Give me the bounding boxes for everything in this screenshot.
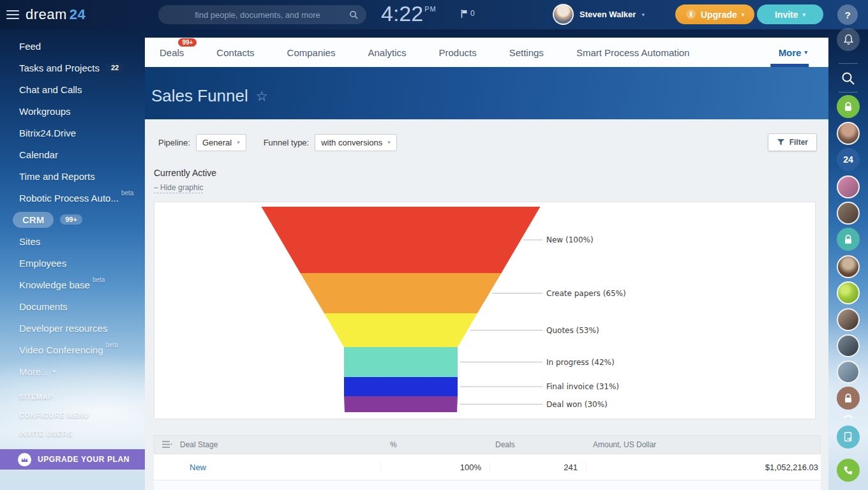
tab-companies[interactable]: Companies (287, 47, 336, 58)
sidebar-item-tasks-and-projects[interactable]: Tasks and Projects22 (0, 57, 145, 78)
hide-graphic-link[interactable]: – Hide graphic (154, 183, 203, 193)
funnel-segment-create-papers[interactable] (301, 273, 502, 313)
work-clock[interactable]: 4:22 PM (381, 1, 437, 26)
filter-label: Filter (789, 138, 808, 147)
tab-label: Smart Process Automation (576, 47, 690, 58)
lock-icon (843, 234, 853, 245)
sidebar-item-knowledge-base[interactable]: Knowledge basebeta (0, 274, 145, 295)
sidebar-item-workgroups[interactable]: Workgroups (0, 100, 145, 122)
pipeline-select[interactable]: General ▾ (196, 134, 246, 151)
table-settings-icon[interactable] (154, 441, 180, 449)
sidebar-link-invite-users[interactable]: INVITE USERS (0, 424, 145, 443)
upgrade-button[interactable]: Upgrade ▾ (675, 4, 754, 24)
sidebar-item-employees[interactable]: Employees (0, 252, 145, 274)
device-cloud-icon (842, 431, 854, 443)
filter-button[interactable]: Filter (768, 133, 817, 151)
rail-lock-green[interactable] (837, 95, 860, 118)
deals-value: 241 (490, 463, 587, 472)
funnel-segment-new[interactable] (262, 207, 541, 273)
lock-icon (843, 101, 853, 112)
funnel-segment-final-invoice[interactable] (344, 377, 458, 396)
tab-settings[interactable]: Settings (509, 47, 544, 58)
rail-phone-button[interactable] (837, 459, 860, 482)
sidebar-item-calendar[interactable]: Calendar (0, 144, 145, 165)
favorite-star-icon[interactable]: ☆ (256, 89, 268, 104)
funnel-type-select[interactable]: with conversions ▾ (315, 134, 397, 151)
tab-label: Analytics (368, 47, 406, 58)
tab-label: Settings (509, 47, 544, 58)
beta-tag: beta (93, 276, 105, 283)
column-header-deal-stage[interactable]: Deal Stage (180, 440, 382, 449)
global-search[interactable] (158, 5, 366, 24)
app-logo[interactable]: dream24 (26, 6, 86, 23)
sidebar-item-more[interactable]: More...▾ (0, 360, 145, 382)
tab-smart-process-automation[interactable]: Smart Process Automation (576, 47, 690, 58)
tab-label: Contacts (216, 47, 254, 58)
beta-tag: beta (121, 189, 133, 197)
sidebar-item-robotic-process-auto[interactable]: Robotic Process Auto...beta (0, 187, 145, 209)
notifications-flag[interactable]: 0 (461, 9, 475, 18)
chevron-down-icon: ▾ (237, 139, 240, 145)
search-input[interactable] (166, 10, 349, 20)
chevron-down-icon: ▾ (641, 11, 645, 18)
sidebar-item-label: Robotic Process Auto... (19, 193, 119, 204)
sidebar-item-developer-resources[interactable]: Developer resources (0, 317, 145, 339)
sidebar-item-sites[interactable]: Sites (0, 230, 145, 252)
tab-deals[interactable]: Deals99+ (160, 47, 184, 58)
flag-count: 0 (470, 9, 475, 18)
tab-products[interactable]: Products (438, 47, 476, 58)
chevron-down-icon: ▾ (803, 11, 806, 18)
funnel-segment-in-progress[interactable] (344, 347, 458, 377)
chevron-up-icon (842, 414, 854, 419)
sidebar-item-label: Documents (19, 301, 68, 312)
rail-collapse-button[interactable] (837, 412, 860, 421)
rail-device-sync-button[interactable] (837, 426, 860, 449)
upgrade-plan-banner[interactable]: UPGRADE YOUR PLAN (0, 449, 145, 470)
column-header-deals[interactable]: Deals (491, 440, 587, 449)
rail-avatar-7[interactable] (837, 360, 860, 383)
sidebar-item-label: Calendar (19, 149, 58, 160)
hamburger-menu-icon[interactable] (6, 10, 19, 19)
sidebar-item-video-conferencing[interactable]: Video Conferencingbeta (0, 339, 145, 360)
invite-button[interactable]: Invite ▾ (757, 4, 823, 24)
filter-funnel-icon (777, 138, 785, 146)
rail-search-button[interactable] (837, 67, 860, 90)
sidebar-item-crm[interactable]: CRM99+ (0, 209, 145, 230)
sidebar-item-bitrix24-drive[interactable]: Bitrix24.Drive (0, 122, 145, 144)
tab-contacts[interactable]: Contacts (216, 47, 254, 58)
rail-avatar-1[interactable] (837, 122, 860, 145)
funnel-segment-quotes[interactable] (324, 313, 477, 347)
sidebar-item-chat-and-calls[interactable]: Chat and Calls (0, 78, 145, 100)
stage-link[interactable]: New (179, 463, 381, 472)
funnel-segment-deal-won[interactable] (344, 396, 458, 412)
search-icon (841, 71, 856, 86)
sidebar-item-label: Developer resources (19, 323, 107, 334)
bell-notifications-button[interactable] (837, 28, 860, 51)
rail-lock-teal[interactable] (837, 228, 860, 251)
column-header-amount-us-dollar[interactable]: Amount, US Dollar (587, 440, 820, 449)
rail-avatar-limes[interactable] (837, 281, 860, 304)
rail-avatar-6[interactable] (837, 334, 860, 357)
sidebar-item-documents[interactable]: Documents (0, 295, 145, 317)
table-header-row: Deal Stage%DealsAmount, US Dollar (154, 435, 821, 454)
rail-avatar-5[interactable] (837, 308, 860, 331)
user-name: Steven Walker (580, 10, 636, 19)
rail-badge-24[interactable]: 24 (837, 148, 860, 171)
tab-more[interactable]: More ▾ (779, 38, 807, 67)
column-header-[interactable]: % (382, 440, 491, 449)
tab-analytics[interactable]: Analytics (368, 47, 406, 58)
rail-avatar-4[interactable] (837, 255, 860, 278)
sidebar-link-sitemap[interactable]: SITEMAP (0, 387, 145, 406)
rail-avatar-2[interactable] (837, 175, 860, 198)
funnel-stage-label: Create papers (65%) (546, 289, 626, 298)
clock-meridiem: PM (424, 5, 437, 26)
rail-avatar-3[interactable] (837, 202, 860, 225)
user-menu[interactable]: Steven Walker ▾ (553, 4, 645, 25)
upgrade-label: Upgrade (701, 10, 737, 20)
rail-lock-brown[interactable] (837, 387, 860, 410)
sidebar-item-label: Workgroups (19, 106, 71, 117)
sidebar-item-feed[interactable]: Feed (0, 35, 145, 57)
sidebar-item-time-and-reports[interactable]: Time and Reports (0, 165, 145, 187)
help-button[interactable]: ? (837, 4, 858, 25)
sidebar-link-configure-menu[interactable]: CONFIGURE MENU (0, 406, 145, 424)
